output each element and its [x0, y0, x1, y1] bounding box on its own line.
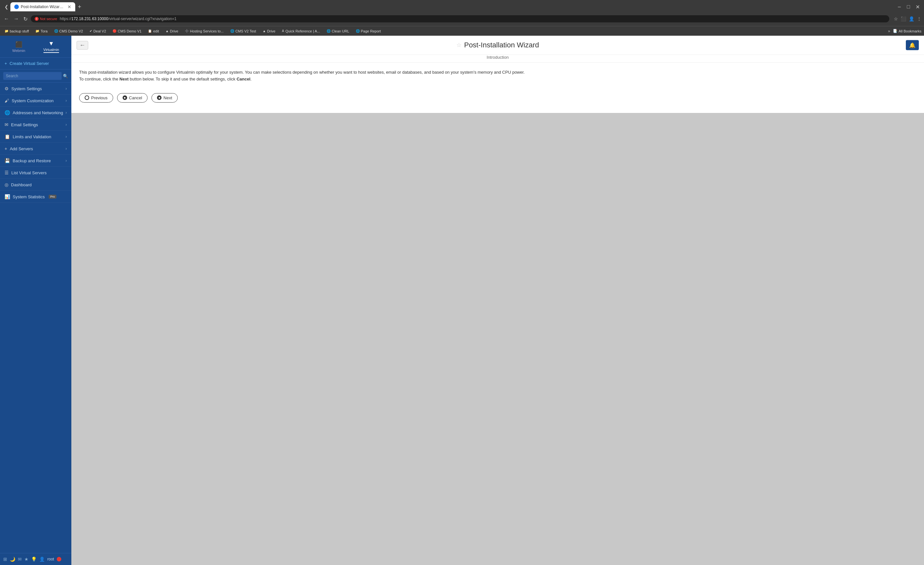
sidebar-item-email-settings[interactable]: ✉ Email Settings › — [0, 119, 71, 131]
bookmark-tora[interactable]: 📁 Tora — [33, 29, 49, 34]
red-icon: 🔴 — [112, 29, 116, 33]
bookmark-drive-2[interactable]: ▲ Drive — [261, 29, 278, 34]
chevron-right-icon: › — [66, 98, 67, 103]
maximize-button[interactable]: □ — [904, 3, 912, 11]
url-host: 172.18.231.63:10000 — [71, 17, 108, 21]
tab-list-button[interactable]: ❮ — [3, 3, 10, 11]
edit-icon: 📋 — [148, 29, 152, 33]
bookmark-cms-demo-v2[interactable]: 🌐 CMS Demo V2 — [52, 29, 85, 34]
network-icon: 🌐 — [4, 110, 10, 115]
sidebar-app-virtualmin[interactable]: ▼ Virtualmin — [41, 39, 62, 54]
close-window-button[interactable]: ✕ — [914, 3, 921, 11]
address-bar[interactable]: ! Not secure https://172.18.231.63:10000… — [31, 15, 889, 23]
url-text: https://172.18.231.63:10000/virtual-serv… — [60, 17, 176, 21]
new-tab-button[interactable]: + — [75, 4, 84, 11]
sidebar-item-dashboard[interactable]: ◎ Dashboard — [0, 179, 71, 191]
tab-title: Post-Installation Wizard — We — [21, 5, 66, 9]
bookmark-deal-v2[interactable]: ✔ Deal V2 — [88, 29, 108, 34]
sidebar-item-label: System Customization — [12, 98, 54, 103]
sidebar-item-add-servers[interactable]: + Add Servers › — [0, 143, 71, 155]
profile-icon[interactable]: 👤 — [909, 16, 914, 21]
dashboard-icon: ◎ — [4, 182, 8, 187]
bookmark-label: CMS V2 Test — [236, 29, 256, 33]
bookmark-label: CMS Demo V1 — [118, 29, 141, 33]
security-dot: ! — [35, 17, 39, 21]
back-button[interactable]: ← — [3, 15, 10, 23]
wizard-title: Post-Installation Wizard — [464, 41, 539, 49]
sidebar-item-label: Email Settings — [11, 122, 38, 127]
bookmark-cms-v2-test[interactable]: 🌐 CMS V2 Test — [228, 29, 258, 34]
drive-icon: ▲ — [165, 29, 169, 33]
previous-button[interactable]: Previous — [79, 93, 113, 102]
next-button[interactable]: Next — [152, 93, 178, 102]
bookmarks-more-button[interactable]: » — [888, 29, 890, 33]
sidebar-footer: ⊞ 🌙 ✉ ★ 💡 👤 root — [0, 553, 71, 565]
bookmark-cms-demo-v1[interactable]: 🔴 CMS Demo V1 — [111, 29, 143, 34]
window-controls: – □ ✕ — [896, 3, 921, 11]
create-virtual-server-button[interactable]: + Create Virtual Server — [0, 58, 71, 69]
search-input[interactable] — [3, 72, 62, 80]
star-icon[interactable]: ☆ — [894, 16, 898, 21]
browser-toolbar-icons: ☆ ⬛ 👤 ⋮ — [894, 16, 921, 21]
bookmark-drive-1[interactable]: ▲ Drive — [164, 29, 180, 34]
sidebar-item-limits-validation[interactable]: 📋 Limits and Validation › — [0, 131, 71, 143]
nav-item-left: ✉ Email Settings — [4, 122, 38, 127]
site-icon: 🌐 — [54, 29, 58, 33]
bookmark-hosting[interactable]: ➕ Hosting Services to... — [183, 29, 226, 34]
sidebar-app-webmin[interactable]: ⬛ Webmin — [10, 40, 28, 54]
security-label: Not secure — [40, 17, 57, 21]
bookmark-clean-url[interactable]: 🌐 Clean URL — [325, 29, 351, 34]
plus-icon: ➕ — [185, 29, 189, 33]
bookmark-backup-stuff[interactable]: 📁 backup stuff — [3, 29, 31, 34]
toggle-icon[interactable]: ⊞ — [3, 557, 7, 562]
sidebar-item-label: Addresses and Networking — [13, 110, 63, 115]
wizard-description: This post-installation wizard allows you… — [79, 69, 916, 83]
cancel-button[interactable]: Cancel — [117, 93, 148, 102]
extensions-icon[interactable]: ⬛ — [901, 16, 906, 21]
bookmark-label: edit — [153, 29, 159, 33]
sidebar-item-list-virtual-servers[interactable]: ☰ List Virtual Servers — [0, 167, 71, 179]
wizard-back-button[interactable]: ← — [76, 41, 88, 50]
menu-icon[interactable]: ⋮ — [917, 16, 921, 21]
browser-chrome: ❮ Post-Installation Wizard — We ✕ + – □ … — [0, 0, 924, 36]
sidebar-item-backup-restore[interactable]: 💾 Backup and Restore › — [0, 155, 71, 167]
bookmark-label: Deal V2 — [93, 29, 106, 33]
sidebar-item-label: Dashboard — [11, 182, 32, 187]
current-user-label: root — [47, 557, 54, 561]
sidebar-item-system-customization[interactable]: 🖌 System Customization › — [0, 95, 71, 107]
status-dot[interactable] — [57, 557, 61, 561]
nav-item-left: 💾 Backup and Restore — [4, 158, 51, 163]
add-icon: + — [4, 146, 7, 151]
create-icon: + — [4, 61, 7, 66]
user-icon[interactable]: 👤 — [39, 557, 45, 562]
previous-circle-icon — [85, 95, 89, 100]
bookmark-quick-ref[interactable]: A Quick Reference | A... — [280, 29, 322, 34]
email-icon: ✉ — [4, 122, 8, 127]
moon-icon[interactable]: 🌙 — [10, 557, 15, 562]
star-icon[interactable]: ★ — [24, 557, 28, 562]
notification-bell-button[interactable]: 🔔 — [906, 40, 919, 50]
nav-item-left: + Add Servers — [4, 146, 33, 151]
forward-button[interactable]: → — [12, 15, 20, 23]
search-icon[interactable]: 🔍 — [63, 74, 68, 78]
bookmark-page-report[interactable]: 🌐 Page Report — [354, 29, 383, 34]
help-icon[interactable]: 💡 — [31, 557, 37, 562]
settings-icon: ⚙ — [4, 86, 9, 91]
sidebar-item-system-statistics[interactable]: 📊 System Statistics Pro — [0, 191, 71, 203]
active-tab[interactable]: Post-Installation Wizard — We ✕ — [10, 2, 75, 11]
pro-badge: Pro — [49, 195, 56, 198]
tab-close-button[interactable]: ✕ — [68, 4, 71, 9]
chevron-right-icon: › — [66, 134, 67, 139]
sidebar-item-system-settings[interactable]: ⚙ System Settings › — [0, 83, 71, 95]
sidebar-item-label: Backup and Restore — [13, 158, 51, 163]
favorite-star-icon[interactable]: ☆ — [456, 42, 462, 49]
bookmark-label: CMS Demo V2 — [59, 29, 83, 33]
sidebar-item-addresses-networking[interactable]: 🌐 Addresses and Networking › — [0, 107, 71, 119]
bookmark-edit[interactable]: 📋 edit — [146, 29, 161, 34]
reload-button[interactable]: ↻ — [22, 15, 29, 23]
previous-label: Previous — [91, 95, 108, 100]
all-bookmarks-button[interactable]: 📑 All Bookmarks — [893, 29, 921, 33]
minimize-button[interactable]: – — [896, 3, 903, 11]
bookmark-label: Drive — [267, 29, 276, 33]
feedback-icon[interactable]: ✉ — [18, 557, 22, 562]
